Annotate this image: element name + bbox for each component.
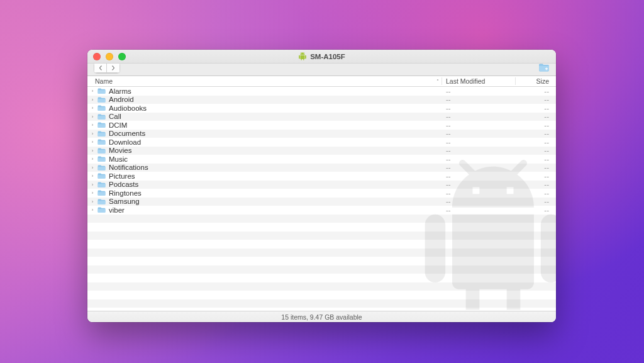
table-row[interactable]: ›Alarms---- [87,87,556,96]
empty-row [87,274,556,282]
window-title: SM-A105F [310,53,345,60]
nav-segment [94,62,120,73]
disclosure-icon[interactable]: › [87,182,96,187]
maximize-button[interactable] [118,53,126,60]
disclosure-icon[interactable]: › [87,139,96,145]
disclosure-icon[interactable]: › [87,105,96,111]
row-modified: -- [442,147,516,154]
folder-icon [97,130,106,137]
row-size: -- [516,113,556,120]
disclosure-icon[interactable]: › [87,97,96,103]
row-modified: -- [442,87,516,95]
row-modified: -- [442,104,516,112]
table-row[interactable]: ›viber---- [87,206,556,215]
folder-icon [97,113,106,120]
folder-icon [97,181,106,188]
table-row[interactable]: ›Podcasts---- [87,181,556,189]
row-size: -- [516,104,556,112]
row-modified: -- [442,121,516,129]
sort-indicator-icon: ˄ [436,79,439,84]
table-row[interactable]: ›Audiobooks---- [87,104,556,113]
row-size: -- [516,87,556,95]
disclosure-icon[interactable]: › [87,199,96,204]
forward-button[interactable] [107,62,120,73]
empty-row [87,232,556,240]
empty-row [87,257,556,265]
row-size: -- [516,206,556,214]
column-modified-label: Last Modified [446,77,485,85]
folder-icon [97,198,106,205]
column-name[interactable]: Name ˄ [87,77,442,85]
row-name: Pictures [109,172,442,180]
disclosure-icon[interactable]: › [87,114,96,120]
close-button[interactable] [93,53,101,60]
table-row[interactable]: ›Ringtones---- [87,189,556,198]
table-row[interactable]: ›Android---- [87,96,556,104]
disclosure-icon[interactable]: › [87,131,96,137]
row-name: Audiobooks [109,104,442,112]
row-name: Android [109,96,442,103]
disclosure-icon[interactable]: › [87,207,96,213]
status-text: 15 items, 9.47 GB available [281,313,362,321]
table-row[interactable]: ›Music---- [87,155,556,164]
status-bar: 15 items, 9.47 GB available [87,311,556,322]
row-modified: -- [442,130,516,137]
disclosure-icon[interactable]: › [87,122,96,128]
disclosure-icon[interactable]: › [87,173,96,179]
row-name: DCIM [109,121,442,129]
row-size: -- [516,181,556,188]
folder-icon [97,138,106,145]
disclosure-icon[interactable]: › [87,88,96,94]
empty-row [87,249,556,257]
row-modified: -- [442,138,516,146]
folder-icon [97,172,106,179]
row-modified: -- [442,189,516,197]
row-size: -- [516,138,556,146]
back-button[interactable] [94,62,107,73]
folder-icon [97,189,106,196]
empty-row [87,223,556,232]
row-name: Samsung [109,198,442,205]
table-row[interactable]: ›Samsung---- [87,198,556,206]
window-controls [93,53,126,60]
minimize-button[interactable] [106,53,113,60]
row-name: Download [109,138,442,146]
table-row[interactable]: ›Notifications---- [87,164,556,172]
toolbar [87,64,556,76]
empty-row [87,291,556,299]
empty-row [87,215,556,223]
row-modified: -- [442,164,516,171]
new-folder-button[interactable] [538,62,550,75]
folder-icon [97,206,106,213]
disclosure-icon[interactable]: › [87,190,96,196]
empty-row [87,282,556,291]
table-row[interactable]: ›Pictures---- [87,172,556,181]
file-list[interactable]: ›Alarms----›Android----›Audiobooks----›C… [87,87,556,311]
row-size: -- [516,155,556,163]
column-header: Name ˄ Last Modified Size [87,76,556,87]
folder-icon [97,104,106,111]
column-modified[interactable]: Last Modified [442,77,516,85]
row-modified: -- [442,172,516,180]
row-name: Documents [109,130,442,137]
disclosure-icon[interactable]: › [87,156,96,162]
row-size: -- [516,172,556,180]
row-size: -- [516,147,556,154]
disclosure-icon[interactable]: › [87,148,96,154]
table-row[interactable]: ›DCIM---- [87,121,556,130]
titlebar[interactable]: SM-A105F [87,50,556,64]
title: SM-A105F [298,52,345,61]
folder-icon [97,87,106,94]
table-row[interactable]: ›Documents---- [87,130,556,138]
table-row[interactable]: ›Call---- [87,113,556,121]
table-row[interactable]: ›Movies---- [87,147,556,155]
row-size: -- [516,121,556,129]
column-size[interactable]: Size [516,77,556,85]
column-size-label: Size [536,77,549,85]
disclosure-icon[interactable]: › [87,165,96,170]
row-modified: -- [442,155,516,163]
folder-icon [97,121,106,128]
table-row[interactable]: ›Download---- [87,138,556,147]
row-name: Notifications [109,164,442,171]
row-modified: -- [442,198,516,205]
